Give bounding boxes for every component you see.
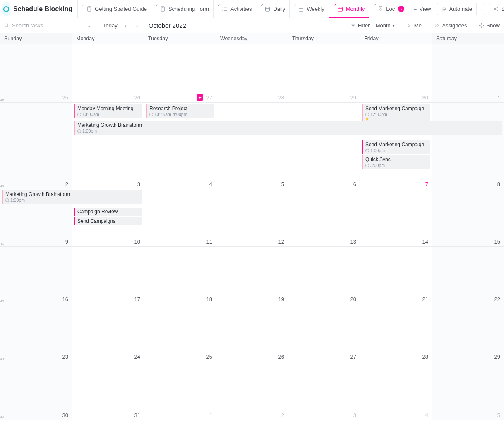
- tab-monthly[interactable]: Monthly: [329, 0, 369, 18]
- calendar-cell[interactable]: 11: [144, 189, 216, 247]
- calendar-cell[interactable]: Send Marketing Campaign12:30pm⚑Send Mark…: [360, 103, 432, 189]
- range-dropdown[interactable]: Month ▾: [376, 22, 395, 29]
- calendar-cell[interactable]: 5: [432, 362, 504, 420]
- calendar-cell[interactable]: 17: [72, 247, 144, 304]
- svg-rect-26: [442, 8, 446, 10]
- add-view-button[interactable]: + View: [409, 0, 435, 18]
- pin-icon: [260, 5, 263, 7]
- event-time: 10:00am: [77, 112, 139, 117]
- tab-activities[interactable]: Activities: [213, 0, 256, 18]
- calendar-cell[interactable]: 12: [216, 189, 288, 247]
- show-button[interactable]: Show: [479, 22, 500, 29]
- svg-point-28: [444, 9, 445, 10]
- pin-icon: [377, 6, 384, 12]
- calendar-cell[interactable]: 6: [288, 103, 360, 189]
- calendar-cell[interactable]: 22: [432, 247, 504, 304]
- view-label: View: [419, 6, 431, 12]
- date-number: 30: [422, 94, 428, 101]
- calendar-cell[interactable]: 31: [72, 362, 144, 420]
- automate-dropdown[interactable]: ⌄: [477, 3, 485, 15]
- date-number: 27: [206, 94, 212, 101]
- calendar-cell[interactable]: 13: [288, 189, 360, 247]
- day-header: Friday: [360, 33, 432, 44]
- calendar-cell[interactable]: 16: [0, 247, 72, 304]
- chevron-right-icon: ›: [398, 6, 404, 12]
- tab-scheduling-form[interactable]: Scheduling Form: [151, 0, 213, 18]
- calendar-cell[interactable]: 27: [288, 304, 360, 362]
- svg-point-30: [494, 8, 495, 9]
- calendar-event[interactable]: Monday Morning Meeting10:00am: [74, 104, 142, 118]
- calendar-cell[interactable]: 26: [216, 304, 288, 362]
- calendar-event-span[interactable]: Marketing Growth Brainstorm1:00pm: [2, 190, 142, 204]
- tab-getting-started[interactable]: Getting Started Guide: [77, 0, 151, 18]
- tab-daily[interactable]: Daily: [256, 0, 289, 18]
- tab-label: Weekly: [307, 6, 324, 12]
- event-title: Send Marketing Campaign: [365, 106, 427, 111]
- calendar-event[interactable]: Quick Sync3:00pm: [362, 155, 430, 169]
- week-number: 43: [0, 304, 4, 362]
- calendar-cell[interactable]: 2: [216, 362, 288, 420]
- calendar-cell[interactable]: 15: [432, 189, 504, 247]
- calendar-cell[interactable]: 14: [360, 189, 432, 247]
- doc-icon: [160, 6, 166, 12]
- calendar-cell[interactable]: 29: [432, 304, 504, 362]
- me-label: Me: [414, 22, 422, 29]
- cal-icon: [264, 6, 271, 12]
- calendar-cell[interactable]: 21: [360, 247, 432, 304]
- calendar-cell[interactable]: 8: [432, 103, 504, 189]
- calendar-cell[interactable]: 25: [144, 304, 216, 362]
- svg-point-10: [223, 7, 223, 7]
- calendar-cell[interactable]: 26: [72, 44, 144, 103]
- day-header: Sunday: [0, 33, 72, 44]
- share-label: Sh: [501, 6, 504, 12]
- calendar-cell[interactable]: Research Project10:45am-4:00pm4: [144, 103, 216, 189]
- calendar-cell[interactable]: 5: [216, 103, 288, 189]
- calendar-event[interactable]: Research Project10:45am-4:00pm: [146, 104, 214, 118]
- add-event-button[interactable]: +: [197, 94, 203, 101]
- prev-month-button[interactable]: ‹: [123, 22, 129, 29]
- calendar-cell[interactable]: 3: [288, 362, 360, 420]
- calendar-cell[interactable]: 1: [432, 44, 504, 103]
- calendar-cell[interactable]: 27+: [144, 44, 216, 103]
- date-number: 21: [422, 296, 428, 302]
- today-button[interactable]: Today: [103, 22, 118, 29]
- filter-button[interactable]: Filter: [350, 22, 370, 29]
- calendar-cell[interactable]: Monday Morning Meeting10:00am3: [72, 103, 144, 189]
- next-month-button[interactable]: ›: [134, 22, 139, 29]
- calendar-event-span[interactable]: Marketing Growth Brainstorm1:00pm: [74, 121, 502, 135]
- calendar-cell[interactable]: 24: [72, 304, 144, 362]
- day-header: Wednesday: [216, 33, 288, 44]
- calendar-event[interactable]: Send Marketing Campaign1:00pm: [362, 140, 430, 154]
- share-button[interactable]: Sh: [489, 3, 504, 15]
- event-time: 3:00pm: [365, 163, 427, 168]
- calendar-cell[interactable]: 28: [216, 44, 288, 103]
- me-button[interactable]: Me: [407, 22, 422, 29]
- chevron-down-icon: ⌄: [479, 7, 482, 11]
- calendar-cell[interactable]: 2: [0, 103, 72, 189]
- assignees-button[interactable]: Assignees: [434, 22, 467, 29]
- tab-weekly[interactable]: Weekly: [289, 0, 328, 18]
- calendar-event[interactable]: Campaign Review: [74, 208, 142, 216]
- calendar-cell[interactable]: 23: [0, 304, 72, 362]
- calendar-cell[interactable]: 4: [360, 362, 432, 420]
- calendar-cell[interactable]: 30: [0, 362, 72, 420]
- search-expand-icon[interactable]: ⌄: [87, 23, 91, 28]
- calendar-cell[interactable]: 18: [144, 247, 216, 304]
- calendar-event[interactable]: Send Marketing Campaign12:30pm⚑: [362, 104, 430, 123]
- calendar-cell[interactable]: 28: [360, 304, 432, 362]
- calendar-cell[interactable]: 1: [144, 362, 216, 420]
- tab-label: Activities: [230, 6, 252, 12]
- search-input[interactable]: [12, 22, 74, 29]
- dot-sep: ·: [427, 22, 429, 29]
- clock-icon: [5, 198, 9, 202]
- automate-button[interactable]: Automate: [437, 3, 477, 15]
- calendar-cell[interactable]: 19: [216, 247, 288, 304]
- svg-point-32: [497, 10, 498, 11]
- calendar-cell[interactable]: 30: [360, 44, 432, 103]
- calendar-event[interactable]: Send Campaigns: [74, 217, 142, 225]
- calendar-cell[interactable]: 20: [288, 247, 360, 304]
- calendar-cell[interactable]: 25: [0, 44, 72, 103]
- calendar-cell[interactable]: 29: [288, 44, 360, 103]
- day-header: Monday: [72, 33, 144, 44]
- tab-loc[interactable]: Loc›: [369, 0, 408, 18]
